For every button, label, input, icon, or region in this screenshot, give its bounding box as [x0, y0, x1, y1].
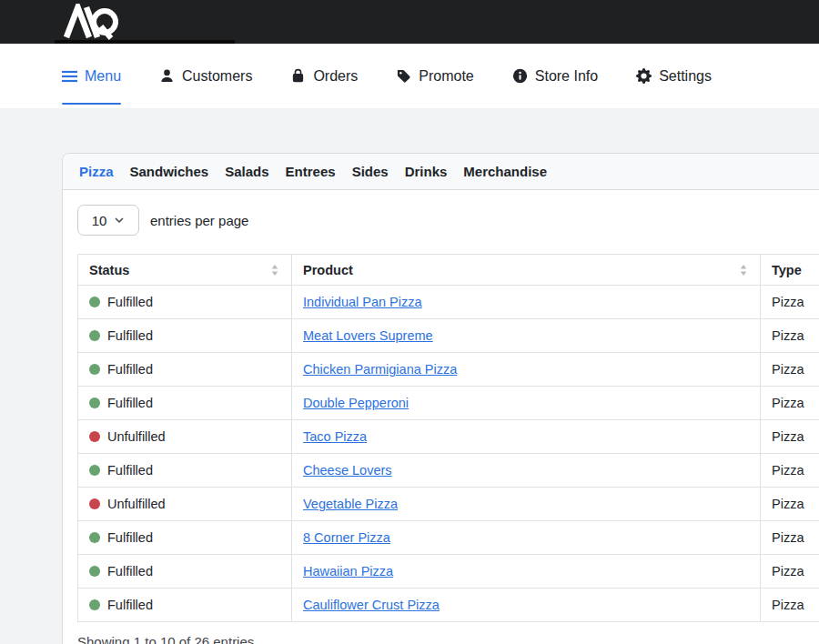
table-row: Unfulfilled Taco Pizza Pizza	[78, 420, 819, 454]
nav-item-menu[interactable]: Menu	[62, 44, 121, 108]
status-dot-icon	[89, 566, 100, 577]
column-header-product[interactable]: Product	[292, 255, 761, 286]
menu-card: Pizza Sandwiches Salads Entrees Sides Dr…	[62, 153, 819, 644]
app-screen: Menu Customers Orders	[0, 0, 819, 644]
table-showing-summary: Showing 1 to 10 of 26 entries	[77, 634, 819, 644]
status-label: Fulfilled	[107, 362, 153, 377]
status-dot-icon	[89, 599, 100, 610]
status-label: Fulfilled	[107, 328, 153, 343]
status-label: Fulfilled	[107, 295, 153, 309]
type-cell: Pizza	[761, 353, 819, 387]
type-cell: Pizza	[761, 387, 819, 420]
type-cell: Pizza	[761, 420, 819, 454]
nav-item-label: Promote	[419, 68, 473, 85]
gear-icon	[636, 68, 652, 84]
table-row: Fulfilled Hawaiian Pizza Pizza	[78, 555, 819, 589]
table-row: Fulfilled 8 Corner Pizza Pizza	[78, 521, 819, 555]
chevron-down-icon	[114, 213, 125, 228]
product-link[interactable]: Chicken Parmigiana Pizza	[303, 362, 457, 377]
table-row: Fulfilled Individual Pan Pizza Pizza	[78, 286, 819, 319]
type-cell: Pizza	[761, 319, 819, 353]
nav-item-label: Orders	[313, 68, 358, 85]
status-label: Fulfilled	[107, 463, 153, 478]
status-label: Fulfilled	[107, 530, 153, 545]
tag-icon	[396, 68, 411, 84]
entries-per-page-label: entries per page	[150, 213, 248, 228]
status-dot-icon	[89, 330, 100, 341]
table-header-row: Status Product	[78, 255, 819, 286]
status-dot-icon	[89, 465, 100, 476]
status-dot-icon	[89, 431, 100, 442]
product-link[interactable]: Double Pepperoni	[303, 396, 409, 410]
status-dot-icon	[89, 297, 100, 307]
category-tab[interactable]: Drinks	[405, 164, 448, 179]
product-link[interactable]: Hawaiian Pizza	[303, 564, 393, 579]
status-label: Fulfilled	[107, 564, 153, 579]
table-row: Fulfilled Double Pepperoni Pizza	[78, 387, 819, 420]
product-link[interactable]: Vegetable Pizza	[303, 497, 398, 511]
nav-item-label: Menu	[85, 68, 121, 85]
category-tabs: Pizza Sandwiches Salads Entrees Sides Dr…	[63, 154, 819, 190]
column-header-type[interactable]: Type	[761, 255, 819, 286]
status-dot-icon	[89, 364, 100, 375]
bag-icon	[290, 68, 306, 84]
info-icon	[512, 68, 528, 84]
brand-logo-icon[interactable]	[58, 4, 122, 40]
entries-per-page-select[interactable]: 10	[77, 205, 139, 236]
status-label: Fulfilled	[107, 396, 153, 410]
category-tab[interactable]: Sandwiches	[130, 164, 209, 179]
category-tab[interactable]: Sides	[352, 164, 389, 179]
nav-item-label: Customers	[182, 68, 252, 85]
status-dot-icon	[89, 397, 100, 408]
category-tab[interactable]: Salads	[225, 164, 268, 179]
table-row: Fulfilled Cheese Lovers Pizza	[78, 454, 819, 488]
nav-item-orders[interactable]: Orders	[290, 44, 358, 108]
table-row: Fulfilled Cauliflower Crust Pizza Pizza	[78, 589, 819, 622]
type-cell: Pizza	[761, 488, 819, 521]
type-cell: Pizza	[761, 454, 819, 488]
nav-item-settings[interactable]: Settings	[636, 44, 712, 108]
nav-item-label: Settings	[659, 68, 712, 85]
status-label: Unfulfilled	[107, 497, 166, 511]
hamburger-icon	[62, 70, 77, 83]
entries-per-page-row: 10 entries per page	[77, 205, 819, 236]
nav-item-label: Store Info	[535, 68, 598, 85]
category-tab[interactable]: Pizza	[79, 164, 114, 179]
category-tab[interactable]: Entrees	[286, 164, 336, 179]
type-cell: Pizza	[761, 521, 819, 555]
product-link[interactable]: Taco Pizza	[303, 429, 367, 444]
status-dot-icon	[89, 498, 100, 509]
type-cell: Pizza	[761, 589, 819, 622]
product-link[interactable]: Individual Pan Pizza	[303, 295, 422, 309]
entries-select-value: 10	[92, 213, 107, 228]
type-cell: Pizza	[761, 286, 819, 319]
sort-icon[interactable]	[271, 265, 278, 276]
person-icon	[159, 68, 175, 84]
status-dot-icon	[89, 532, 100, 543]
nav-item-store-info[interactable]: Store Info	[512, 44, 598, 108]
table-row: Unfulfilled Vegetable Pizza Pizza	[78, 488, 819, 521]
type-cell: Pizza	[761, 555, 819, 589]
product-link[interactable]: Cheese Lovers	[303, 463, 392, 478]
status-label: Fulfilled	[107, 598, 153, 612]
top-app-bar	[0, 0, 819, 44]
table-row: Fulfilled Meat Lovers Supreme Pizza	[78, 319, 819, 353]
column-header-status[interactable]: Status	[78, 255, 292, 286]
status-label: Unfulfilled	[107, 429, 166, 444]
sort-icon[interactable]	[740, 265, 747, 276]
card-body: 10 entries per page Status	[63, 190, 819, 644]
category-tab[interactable]: Merchandise	[463, 164, 547, 179]
main-navigation: Menu Customers Orders	[0, 44, 819, 108]
nav-item-promote[interactable]: Promote	[396, 44, 473, 108]
table-row: Fulfilled Chicken Parmigiana Pizza Pizza	[78, 353, 819, 387]
product-link[interactable]: Meat Lovers Supreme	[303, 328, 433, 343]
product-link[interactable]: Cauliflower Crust Pizza	[303, 598, 440, 612]
product-link[interactable]: 8 Corner Pizza	[303, 530, 390, 545]
nav-item-customers[interactable]: Customers	[159, 44, 252, 108]
products-table: Status Product	[77, 254, 819, 622]
